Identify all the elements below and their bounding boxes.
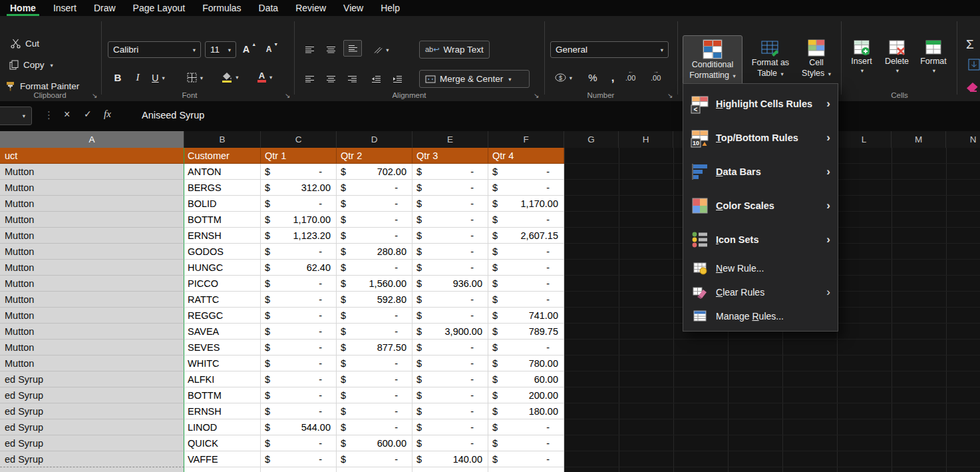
- tab-formulas[interactable]: Formulas: [194, 0, 249, 16]
- empty-cells[interactable]: [564, 435, 980, 451]
- column-header-m[interactable]: M: [892, 131, 946, 148]
- cell-customer[interactable]: BOTTM: [184, 212, 261, 228]
- increase-decimal-button[interactable]: ←.00: [625, 69, 635, 82]
- cell-qtr3[interactable]: [412, 467, 488, 472]
- cell-customer[interactable]: SEVES: [184, 340, 261, 355]
- cell-product[interactable]: Mutton: [0, 324, 184, 340]
- column-header-h[interactable]: H: [619, 131, 673, 148]
- empty-cells[interactable]: [564, 419, 980, 435]
- cell-product[interactable]: Mutton: [0, 196, 184, 212]
- cell-customer[interactable]: LINOD: [184, 419, 261, 435]
- percent-style-button[interactable]: %: [584, 69, 601, 86]
- cell-qtr2[interactable]: $702.00: [337, 164, 412, 180]
- column-header-a[interactable]: A: [0, 131, 184, 148]
- cell-qtr3[interactable]: $-: [412, 164, 488, 180]
- cell-qtr4[interactable]: $-: [488, 435, 564, 451]
- cell-customer[interactable]: PICCO: [184, 276, 261, 292]
- name-box[interactable]: ▾: [0, 107, 32, 125]
- number-dialog-launcher-icon[interactable]: ↘: [667, 92, 673, 99]
- cell-qtr1[interactable]: $1,170.00: [261, 212, 337, 228]
- borders-button[interactable]: ▾: [182, 69, 208, 86]
- menu-item-highlight-cells-rules[interactable]: <Highlight Cells Rules›: [683, 87, 838, 120]
- cell-qtr1[interactable]: $62.40: [261, 260, 337, 276]
- format-cells-button[interactable]: Format ▾: [915, 35, 951, 99]
- delete-cells-button[interactable]: Delete ▾: [881, 35, 913, 99]
- cell-customer[interactable]: REGGC: [184, 308, 261, 324]
- column-header-c[interactable]: C: [261, 131, 337, 148]
- tab-insert[interactable]: Insert: [45, 0, 85, 16]
- cell-qtr1[interactable]: $-: [261, 244, 337, 260]
- wrap-text-button[interactable]: ab↩ Wrap Text: [419, 41, 490, 59]
- tab-page-layout[interactable]: Page Layout: [124, 0, 194, 16]
- cell-qtr3[interactable]: $936.00: [412, 276, 488, 292]
- cell-customer[interactable]: VAFFE: [184, 451, 261, 467]
- cell-qtr2[interactable]: $877.50: [337, 340, 412, 355]
- cut-button[interactable]: Cut: [11, 39, 39, 49]
- cell-customer[interactable]: ERNSH: [184, 228, 261, 244]
- cell-qtr4[interactable]: $-: [488, 292, 564, 308]
- cell-product[interactable]: ed Syrup: [0, 387, 184, 403]
- cell-qtr4[interactable]: $2,607.15: [488, 228, 564, 244]
- merge-center-button[interactable]: Merge & Center ▾: [419, 70, 530, 88]
- cell-qtr1[interactable]: $-: [261, 451, 337, 467]
- align-right-button[interactable]: [343, 71, 361, 87]
- cell-customer[interactable]: GODOS: [184, 244, 261, 260]
- menu-item-new-rule[interactable]: New Rule...: [683, 256, 838, 280]
- cell-product[interactable]: Mutton: [0, 260, 184, 276]
- cell-customer-header[interactable]: Customer: [184, 148, 261, 164]
- underline-button[interactable]: U▾: [146, 69, 170, 86]
- cell-qtr2[interactable]: $-: [337, 387, 412, 403]
- font-dialog-launcher-icon[interactable]: ↘: [285, 92, 290, 99]
- tab-review[interactable]: Review: [287, 0, 335, 16]
- cell-qtr3[interactable]: $-: [412, 244, 488, 260]
- cell-product[interactable]: Mutton: [0, 276, 184, 292]
- cell-qtr1[interactable]: $-: [261, 355, 337, 371]
- cell-product[interactable]: [0, 467, 184, 472]
- cell-qtr2[interactable]: $-: [337, 228, 412, 244]
- cell-qtr2[interactable]: $-: [337, 260, 412, 276]
- align-bottom-button[interactable]: [343, 40, 362, 57]
- cell-qtr1[interactable]: $-: [261, 276, 337, 292]
- cell-qtr4[interactable]: $-: [488, 180, 564, 196]
- enter-icon[interactable]: ✓: [84, 109, 92, 119]
- align-middle-button[interactable]: [322, 41, 339, 58]
- cell-product[interactable]: Mutton: [0, 340, 184, 355]
- align-left-button[interactable]: [301, 71, 318, 87]
- cell-qtr4[interactable]: $-: [488, 451, 564, 467]
- cell-product[interactable]: Mutton: [0, 212, 184, 228]
- cell-product[interactable]: Mutton: [0, 164, 184, 180]
- cell-qtr3[interactable]: $-: [412, 180, 488, 196]
- column-header-d[interactable]: D: [337, 131, 412, 148]
- cell-product[interactable]: Mutton: [0, 308, 184, 324]
- tab-help[interactable]: Help: [372, 0, 408, 16]
- cell-qtr2[interactable]: $1,560.00: [337, 276, 412, 292]
- menu-item-data-bars[interactable]: Data Bars›: [683, 154, 838, 188]
- cell-qtr1[interactable]: $-: [261, 324, 337, 340]
- cell-qtr3[interactable]: $-: [412, 308, 488, 324]
- cell-customer[interactable]: RATTC: [184, 292, 261, 308]
- insert-cells-button[interactable]: Insert ▾: [846, 35, 877, 99]
- cell-qtr3[interactable]: $-: [412, 228, 488, 244]
- cell-customer[interactable]: ALFKI: [184, 371, 261, 387]
- tab-data[interactable]: Data: [250, 0, 287, 16]
- column-header-l[interactable]: L: [837, 131, 892, 148]
- cell-qtr2[interactable]: $600.00: [337, 435, 412, 451]
- cell-customer[interactable]: HUNGC: [184, 260, 261, 276]
- cell-qtr4[interactable]: $200.00: [488, 387, 564, 403]
- column-header-f[interactable]: F: [488, 131, 564, 148]
- cell-qtr2[interactable]: $-: [337, 451, 412, 467]
- cell-qtr4[interactable]: $-: [488, 164, 564, 180]
- clipboard-dialog-launcher-icon[interactable]: ↘: [92, 92, 97, 99]
- cell-qtr3[interactable]: $-: [412, 419, 488, 435]
- font-color-button[interactable]: A ▾: [253, 69, 277, 85]
- decrease-font-size-button[interactable]: A▼: [263, 41, 281, 57]
- cell-qtr3-header[interactable]: Qtr 3: [412, 148, 488, 164]
- cell-product[interactable]: Mutton: [0, 228, 184, 244]
- tab-home[interactable]: Home: [1, 0, 45, 16]
- cell-qtr1[interactable]: $-: [261, 340, 337, 355]
- comma-style-button[interactable]: ,: [604, 69, 621, 86]
- empty-cells[interactable]: [564, 387, 980, 403]
- copy-button[interactable]: Copy ▾: [9, 60, 53, 70]
- cell-qtr1[interactable]: $-: [261, 435, 337, 451]
- cell-qtr4-header[interactable]: Qtr 4: [488, 148, 564, 164]
